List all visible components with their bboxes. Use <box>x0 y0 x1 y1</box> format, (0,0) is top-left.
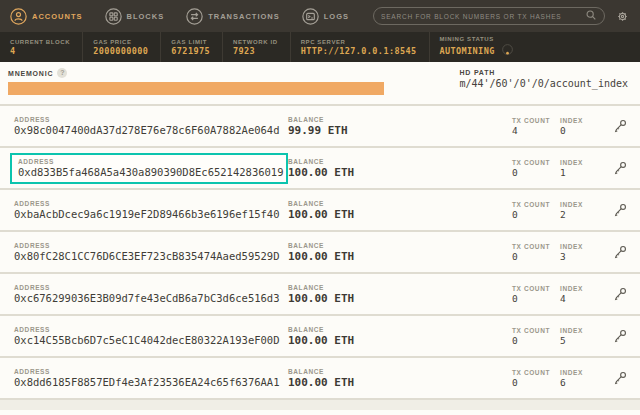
status-gas-limit: GAS LIMIT 6721975 <box>161 32 223 62</box>
show-private-key-icon[interactable] <box>610 118 630 134</box>
account-row: ADDRESS 0xc14C55Bcb6D7c5eC1C4042decE8032… <box>0 316 640 358</box>
tx-count-label: TX COUNT <box>512 201 560 208</box>
address-block: ADDRESS 0x8dd6185F8857EDf4e3Af23536EA24c… <box>10 363 288 394</box>
tx-count-value: 0 <box>512 377 560 388</box>
status-value: HTTP://127.0.0.1:8545 <box>301 46 417 56</box>
tx-count-block: TX COUNT 0 <box>512 201 560 220</box>
tx-count-label: TX COUNT <box>512 117 560 124</box>
address-value: 0x98c0047400dA37d278E76e78c6F60A7882Ae06… <box>14 124 280 136</box>
balance-block: BALANCE 100.00 ETH <box>288 158 512 179</box>
show-private-key-icon[interactable] <box>610 244 630 260</box>
address-block-selected: ADDRESS 0xd833B5fa468A5a430a890390D8Ec65… <box>10 153 288 184</box>
top-navbar: ACCOUNTS BLOCKS TRANSACTIONS <box>0 0 640 32</box>
address-label: ADDRESS <box>18 158 280 165</box>
tx-count-label: TX COUNT <box>512 243 560 250</box>
tx-count-value: 0 <box>512 293 560 304</box>
tx-count-block: TX COUNT 0 <box>512 159 560 178</box>
mnemonic-help-icon[interactable]: ? <box>57 68 67 78</box>
status-value: AUTOMINING <box>440 43 514 58</box>
tab-logs-label: LOGS <box>324 12 349 21</box>
status-rpc-server: RPC SERVER HTTP://127.0.0.1:8545 <box>291 32 430 62</box>
blocks-grid-icon <box>105 8 122 25</box>
status-label: NETWORK ID <box>233 39 278 45</box>
address-value: 0x80fC28C1CC76D6CE3EF723cB835474Aaed5952… <box>14 250 280 262</box>
show-private-key-icon[interactable] <box>610 370 630 386</box>
address-label: ADDRESS <box>14 368 280 375</box>
balance-label: BALANCE <box>288 326 512 333</box>
accounts-list: ADDRESS 0x98c0047400dA37d278E76e78c6F60A… <box>0 106 640 415</box>
balance-value: 100.00 ETH <box>288 334 512 347</box>
settings-gear-icon[interactable] <box>615 9 630 24</box>
balance-block: BALANCE 100.00 ETH <box>288 326 512 347</box>
hd-path-value: m/44'/60'/0'/0/account_index <box>459 78 628 89</box>
address-block: ADDRESS 0xc676299036E3B09d7fe43eCdB6a7bC… <box>10 279 288 310</box>
tx-count-label: TX COUNT <box>512 327 560 334</box>
show-private-key-icon[interactable] <box>610 328 630 344</box>
tab-accounts[interactable]: ACCOUNTS <box>10 8 83 25</box>
tx-count-value: 0 <box>512 335 560 346</box>
balance-value: 99.99 ETH <box>288 124 512 137</box>
account-row: ADDRESS 0x8dd6185F8857EDf4e3Af23536EA24c… <box>0 358 640 400</box>
show-private-key-icon[interactable] <box>610 160 630 176</box>
mnemonic-redacted-bar <box>8 82 384 95</box>
balance-block: BALANCE 100.00 ETH <box>288 242 512 263</box>
tx-count-label: TX COUNT <box>512 285 560 292</box>
tab-transactions[interactable]: TRANSACTIONS <box>186 8 280 25</box>
status-label: MINING STATUS <box>440 36 514 42</box>
tx-count-value: 0 <box>512 209 560 220</box>
tx-count-block: TX COUNT 0 <box>512 327 560 346</box>
address-value: 0xbaAcbDcec9a6c1919eF2D89466b3e6196ef15f… <box>14 208 280 220</box>
tab-logs[interactable]: LOGS <box>302 8 349 25</box>
status-value: 7923 <box>233 46 278 56</box>
index-value: 3 <box>560 251 607 262</box>
balance-value: 100.00 ETH <box>288 292 512 305</box>
account-row: ADDRESS 0xc676299036E3B09d7fe43eCdB6a7bC… <box>0 274 640 316</box>
status-current-block: CURRENT BLOCK 4 <box>0 32 83 62</box>
account-row: ADDRESS 0x80fC28C1CC76D6CE3EF723cB835474… <box>0 232 640 274</box>
address-block: ADDRESS 0xbaAcbDcec9a6c1919eF2D89466b3e6… <box>10 195 288 226</box>
status-gas-price: GAS PRICE 2000000000 <box>83 32 161 62</box>
status-bar: CURRENT BLOCK 4 GAS PRICE 2000000000 GAS… <box>0 32 640 62</box>
status-label: CURRENT BLOCK <box>10 39 70 45</box>
tx-count-value: 4 <box>512 125 560 136</box>
hd-path-label: HD PATH <box>459 69 628 76</box>
balance-label: BALANCE <box>288 242 512 249</box>
status-label: GAS PRICE <box>93 39 148 45</box>
tx-count-value: 0 <box>512 251 560 262</box>
tab-blocks[interactable]: BLOCKS <box>105 8 165 25</box>
index-label: INDEX <box>560 201 607 208</box>
search-bar[interactable] <box>373 7 605 25</box>
index-value: 6 <box>560 377 607 388</box>
address-block: ADDRESS 0xc14C55Bcb6D7c5eC1C4042decE8032… <box>10 321 288 352</box>
index-label: INDEX <box>560 117 607 124</box>
balance-value: 100.00 ETH <box>288 250 512 263</box>
account-row: ADDRESS 0xbaAcbDcec9a6c1919eF2D89466b3e6… <box>0 190 640 232</box>
show-private-key-icon[interactable] <box>610 202 630 218</box>
status-label: RPC SERVER <box>301 39 417 45</box>
tx-count-label: TX COUNT <box>512 159 560 166</box>
index-value: 2 <box>560 209 607 220</box>
show-private-key-icon[interactable] <box>610 286 630 302</box>
address-label: ADDRESS <box>14 116 280 123</box>
index-block: INDEX 3 <box>560 243 607 262</box>
index-block: INDEX 1 <box>560 159 607 178</box>
address-value: 0xd833B5fa468A5a430a890390D8Ec6521428360… <box>18 166 280 178</box>
mnemonic-block: MNEMONIC ? <box>8 68 384 104</box>
mining-indicator-icon <box>501 43 514 58</box>
index-label: INDEX <box>560 159 607 166</box>
tx-count-block: TX COUNT 0 <box>512 243 560 262</box>
tab-accounts-label: ACCOUNTS <box>32 12 83 21</box>
address-label: ADDRESS <box>14 326 280 333</box>
status-mining-status: MINING STATUS AUTOMINING <box>430 32 526 62</box>
index-value: 5 <box>560 335 607 346</box>
balance-label: BALANCE <box>288 200 512 207</box>
index-label: INDEX <box>560 285 607 292</box>
address-label: ADDRESS <box>14 284 280 291</box>
status-label: GAS LIMIT <box>171 39 210 45</box>
balance-block: BALANCE 99.99 ETH <box>288 116 512 137</box>
search-input[interactable] <box>381 13 585 20</box>
index-value: 1 <box>560 167 607 178</box>
index-block: INDEX 4 <box>560 285 607 304</box>
address-block: ADDRESS 0x80fC28C1CC76D6CE3EF723cB835474… <box>10 237 288 268</box>
balance-value: 100.00 ETH <box>288 376 512 389</box>
